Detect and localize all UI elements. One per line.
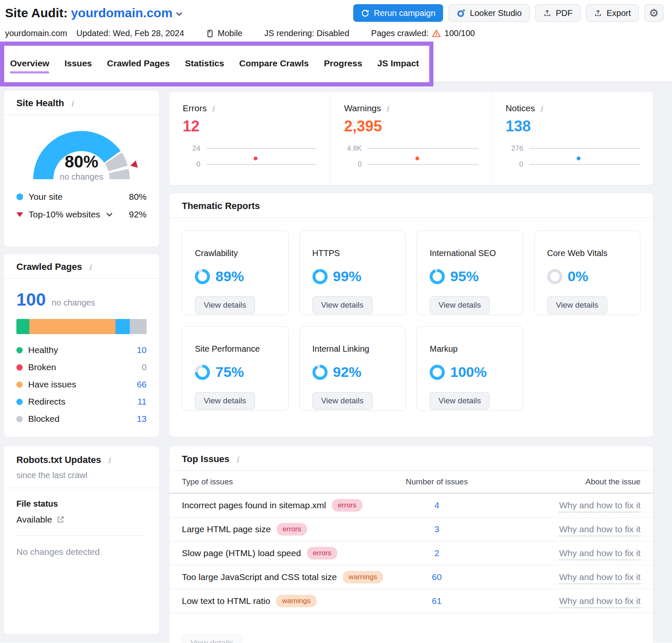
view-details-button[interactable]: View details bbox=[312, 296, 373, 314]
mobile-phone-icon bbox=[206, 29, 214, 38]
tab-js-impact[interactable]: JS Impact bbox=[377, 58, 419, 76]
status-badge: warnings bbox=[343, 571, 383, 583]
why-how-to-fix-link[interactable]: Why and how to fix it bbox=[489, 548, 640, 558]
tabs-divider bbox=[0, 82, 672, 83]
export-button[interactable]: Export bbox=[586, 4, 639, 22]
notices-sparkline: 276 0 bbox=[506, 144, 640, 169]
page-title-label: Site Audit: bbox=[5, 6, 68, 20]
bar-segment-blocked[interactable] bbox=[130, 319, 147, 334]
issue-count-link[interactable]: 61 bbox=[384, 596, 489, 606]
crawled-pages-change: no changes bbox=[52, 298, 95, 308]
tab-progress[interactable]: Progress bbox=[324, 58, 362, 76]
external-link-icon[interactable] bbox=[56, 515, 65, 524]
view-details-button[interactable]: View details bbox=[547, 296, 607, 314]
status-badge: errors bbox=[307, 547, 337, 559]
progress-ring-icon bbox=[430, 365, 445, 380]
meta-pages-crawled: Pages crawled: 100/100 bbox=[371, 29, 475, 38]
bar-segment-have-issues[interactable] bbox=[29, 319, 116, 334]
status-badge: errors bbox=[277, 523, 307, 536]
view-details-button[interactable]: View details bbox=[430, 296, 490, 314]
site-health-change: no changes bbox=[33, 172, 130, 182]
bar-segment-healthy[interactable] bbox=[16, 319, 29, 334]
info-icon[interactable]: i bbox=[210, 103, 216, 113]
why-how-to-fix-link[interactable]: Why and how to fix it bbox=[489, 572, 640, 582]
info-icon[interactable]: i bbox=[69, 98, 75, 108]
view-details-button[interactable]: View details bbox=[182, 634, 242, 643]
why-how-to-fix-link[interactable]: Why and how to fix it bbox=[489, 596, 640, 606]
benchmark-marker-icon bbox=[129, 160, 138, 170]
looker-studio-icon bbox=[457, 8, 466, 18]
report-crawlability: Crawlability 89% View details bbox=[182, 230, 289, 315]
pdf-button[interactable]: PDF bbox=[535, 4, 580, 22]
robots-no-changes: No changes detected bbox=[16, 547, 147, 557]
meta-device: Mobile bbox=[206, 29, 242, 38]
bar-segment-redirects[interactable] bbox=[116, 319, 130, 334]
tab-overview[interactable]: Overview bbox=[10, 58, 49, 76]
rerun-campaign-button[interactable]: Rerun campaign bbox=[353, 4, 443, 22]
issue-count-link[interactable]: 3 bbox=[384, 524, 489, 534]
upload-icon bbox=[543, 9, 551, 17]
file-status-value: Available bbox=[16, 515, 52, 525]
meta-js-rendering: JS rendering: Disabled bbox=[264, 29, 349, 38]
tab-crawled-pages[interactable]: Crawled Pages bbox=[107, 58, 170, 76]
report-core-web-vitals: Core Web Vitals 0% View details bbox=[534, 230, 641, 315]
page-title: Site Audit: yourdomain.com bbox=[5, 6, 182, 20]
red-dot-icon bbox=[16, 364, 23, 371]
issue-count-link[interactable]: 2 bbox=[384, 548, 489, 558]
settings-button[interactable]: ⚙ bbox=[644, 4, 664, 22]
robots-txt-card: Robots.txt Updates i since the last craw… bbox=[3, 446, 160, 635]
thematic-reports-card: Thematic Reports Crawlability 89% View d… bbox=[169, 193, 654, 437]
looker-studio-button[interactable]: Looker Studio bbox=[449, 4, 530, 22]
progress-ring-icon bbox=[312, 365, 328, 380]
tab-issues[interactable]: Issues bbox=[64, 58, 92, 76]
meta-updated: Updated: Wed, Feb 28, 2024 bbox=[76, 29, 184, 38]
warnings-sparkline: 4.8K 0 bbox=[344, 144, 478, 169]
progress-ring-icon bbox=[430, 269, 445, 284]
campaign-meta: yourdomain.com Updated: Wed, Feb 28, 202… bbox=[5, 22, 664, 38]
warnings-count[interactable]: 2,395 bbox=[344, 118, 478, 135]
blue-dot-icon bbox=[16, 193, 23, 200]
campaign-domain-link[interactable]: yourdomain.com bbox=[71, 6, 173, 20]
info-icon[interactable]: i bbox=[106, 455, 112, 465]
file-status-label: File status bbox=[16, 499, 147, 509]
info-icon[interactable]: i bbox=[234, 454, 240, 464]
info-icon[interactable]: i bbox=[538, 103, 544, 113]
robots-title: Robots.txt Updates bbox=[16, 455, 101, 465]
left-column: Site Health i 80% no changes Your site 8… bbox=[3, 90, 160, 643]
info-icon[interactable]: i bbox=[87, 262, 93, 272]
right-column: Errors i 12 24 0 Warnings i 2,395 4.8K bbox=[169, 90, 654, 643]
warning-triangle-icon bbox=[432, 29, 441, 38]
site-health-legend: Your site 80% Top-10% websites 92% bbox=[4, 179, 159, 220]
info-icon[interactable]: i bbox=[384, 103, 390, 113]
tab-statistics[interactable]: Statistics bbox=[185, 58, 224, 76]
why-how-to-fix-link[interactable]: Why and how to fix it bbox=[489, 524, 640, 534]
data-point-dot bbox=[254, 157, 257, 160]
domain-dropdown-chevron-icon[interactable] bbox=[176, 12, 182, 16]
view-details-button[interactable]: View details bbox=[312, 392, 373, 410]
crawled-pages-legend: Healthy 10 Broken 0 Have issues 66 bbox=[16, 345, 147, 424]
errors-count[interactable]: 12 bbox=[183, 118, 317, 135]
table-row: Large HTML page size errors 3 Why and ho… bbox=[169, 518, 653, 541]
tab-compare-crawls[interactable]: Compare Crawls bbox=[239, 58, 309, 76]
issue-count-link[interactable]: 4 bbox=[384, 500, 489, 510]
progress-ring-icon bbox=[312, 269, 328, 284]
report-international-seo: International SEO 95% View details bbox=[417, 230, 523, 315]
green-dot-icon bbox=[16, 347, 23, 353]
upload-icon bbox=[594, 9, 602, 17]
crawled-pages-total[interactable]: 100 bbox=[16, 290, 46, 310]
dashboard-content: Site Health i 80% no changes Your site 8… bbox=[0, 86, 672, 643]
view-details-button[interactable]: View details bbox=[195, 392, 255, 410]
issue-count-link[interactable]: 60 bbox=[384, 572, 489, 582]
view-details-button[interactable]: View details bbox=[430, 392, 490, 410]
notices-count[interactable]: 138 bbox=[506, 118, 640, 135]
top-issues-card: Top Issues i Type of issues Number of is… bbox=[169, 446, 654, 643]
legend-item-blocked: Blocked 13 bbox=[16, 414, 147, 424]
blue-dot-icon bbox=[16, 399, 23, 405]
top-bar: Site Audit: yourdomain.com Rerun campaig… bbox=[0, 0, 672, 38]
data-point-dot bbox=[415, 157, 419, 160]
view-details-button[interactable]: View details bbox=[195, 296, 255, 314]
table-row: Too large JavaScript and CSS total size … bbox=[169, 565, 653, 589]
chevron-down-icon[interactable] bbox=[106, 212, 113, 217]
report-https: HTTPS 99% View details bbox=[299, 230, 406, 315]
why-how-to-fix-link[interactable]: Why and how to fix it bbox=[489, 500, 640, 510]
